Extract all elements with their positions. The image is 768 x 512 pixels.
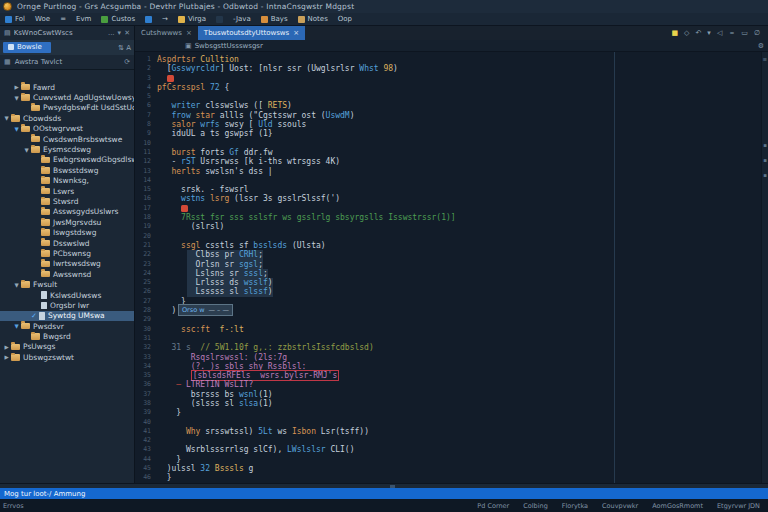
tree-item[interactable]: Awsswnsd xyxy=(0,269,134,279)
close-icon[interactable]: × xyxy=(293,29,299,37)
document-tab[interactable]: TbuswtoutsdtyUttowsws× xyxy=(198,26,305,40)
panel-title: KsWnoCswtWscs xyxy=(14,29,105,37)
intellisense-tooltip: Orso w — – — xyxy=(178,304,233,316)
toolbar-item[interactable]: Evm xyxy=(76,15,91,23)
line-number: 1 xyxy=(135,55,157,64)
toolbar-item[interactable]: = xyxy=(60,15,66,23)
status-item[interactable]: Pd Corner xyxy=(477,502,509,510)
tree-item[interactable]: ▼Pwsdsvr xyxy=(0,321,134,331)
tree-item[interactable]: ✓Sywtdg UMswa xyxy=(0,311,134,321)
tree-item[interactable]: PCbswnsg xyxy=(0,248,134,258)
line-number: 7 xyxy=(135,111,157,120)
diamond-icon[interactable]: ◇ xyxy=(684,29,689,37)
tree-item[interactable]: ▼Fwsult xyxy=(0,279,134,289)
play-icon xyxy=(101,16,108,23)
code-token: ddr.fw xyxy=(239,148,273,157)
browse-label: Bowsle xyxy=(17,43,42,51)
panel-header: ▤ KsWnoCswtWscs ... ▾ ✕ xyxy=(0,26,134,40)
pin-icon[interactable]: ▾ xyxy=(118,29,122,37)
code-line: 12 - rST Usrsrwss [k i-ths wtrsgss 4K) xyxy=(135,157,760,166)
line-number: 42 xyxy=(135,436,157,445)
code-token: – xyxy=(157,380,186,389)
close-icon[interactable]: ✕ xyxy=(124,29,130,37)
equals-icon[interactable]: ＝ xyxy=(728,28,735,38)
tree-item[interactable]: JwsMgrsvdsu xyxy=(0,217,134,227)
code-token: Wsrblsssrrlsg slCf), xyxy=(157,445,287,454)
navigate-back-icon[interactable]: ◁ xyxy=(717,29,722,37)
code-token: pfCsrsspsl xyxy=(157,83,205,92)
search-row[interactable]: ▦ Awstra Twvlct ⟳ xyxy=(0,55,134,70)
tree-item[interactable]: Iwrtswsdswg xyxy=(0,259,134,269)
tree-item[interactable]: ▼OOstwgrvwst xyxy=(0,124,134,134)
browse-button[interactable]: Bowsle xyxy=(3,42,51,54)
tree-item[interactable]: ▼Eysmscdswg xyxy=(0,144,134,154)
code-line: 8 salor wrfs swsy [ Uld ssouls xyxy=(135,120,760,129)
code-token: Lrlsss ds xyxy=(157,278,244,287)
tree-item[interactable]: EwbgrswswdGbgsdlswg xyxy=(0,155,134,165)
document-tab[interactable]: Cutshwwws× xyxy=(135,26,198,40)
code-token: salor xyxy=(171,120,195,129)
code-token: CLI() xyxy=(326,445,355,454)
search-input[interactable]: Awstra Twvlct xyxy=(15,58,121,66)
tree-item[interactable]: Iswgstdswg xyxy=(0,227,134,237)
tree-item[interactable]: ▶PsUwsgs xyxy=(0,342,134,352)
editor-area: Cutshwwws×TbuswtoutsdtyUttowsws× ■◇↶▾◁＝▭… xyxy=(135,26,768,483)
toolbar-item[interactable]: -Java xyxy=(233,15,251,23)
tree-item[interactable]: ▼Cbowdsds xyxy=(0,113,134,123)
scrollbar[interactable]: ≡ ▪ ▪ ▪ xyxy=(761,52,768,483)
toolbar-item[interactable]: Virga xyxy=(178,15,206,23)
close-icon[interactable]: × xyxy=(186,29,192,37)
status-item[interactable]: AomGosRmomt xyxy=(652,502,703,510)
toolbar-item[interactable]: Custos xyxy=(101,15,135,23)
toolbar-item[interactable] xyxy=(145,16,152,23)
breadcrumb[interactable]: ▣ SwbsgsttUssswsgsr xyxy=(185,42,263,50)
refresh-icon[interactable]: ⟳ xyxy=(124,58,130,66)
panel-splitter[interactable] xyxy=(0,483,768,488)
tree-item[interactable]: Dsswslwd xyxy=(0,238,134,248)
undo-icon[interactable]: ↶ xyxy=(695,29,701,37)
line-number: 33 xyxy=(135,353,157,362)
panel-menu-dots[interactable]: ... xyxy=(108,29,115,37)
toolbar-item[interactable] xyxy=(216,16,223,23)
gear-icon[interactable]: ⚙ xyxy=(758,42,764,50)
code-viewport[interactable]: 1Aspdrtsr Culltion2 [Gsswyrcldr] Uost: [… xyxy=(135,52,768,483)
browse-tools[interactable]: ⇅ A xyxy=(118,44,131,52)
splitter-handle[interactable] xyxy=(390,485,395,488)
bookmark-icon[interactable]: ■ xyxy=(671,29,678,37)
toolbar-item[interactable]: Bays xyxy=(261,15,288,23)
tree-item[interactable]: CwsdswnBrsbswtswe xyxy=(0,134,134,144)
breakpoint-icon xyxy=(181,205,188,212)
status-item[interactable]: Etgyrvwr JDN xyxy=(717,502,760,510)
tree-item[interactable]: ▶Fawrd xyxy=(0,82,134,92)
tree-item[interactable]: KslwsdUwsws xyxy=(0,290,134,300)
tree-item[interactable]: Bswsstdswg xyxy=(0,165,134,175)
tree-item[interactable]: ▼Cuwvswtd AgdUgstwUowsy xyxy=(0,92,134,102)
toolbar-item-label: = xyxy=(60,15,66,23)
tree-item-label: PwsydgbswFdt UsdSstUowve xyxy=(43,103,134,112)
code-token: RETS xyxy=(268,101,287,110)
tree-item-label: Sywtdg UMswa xyxy=(48,311,105,320)
caret-down-icon[interactable]: ▾ xyxy=(707,29,711,37)
split-window-icon[interactable]: ▭ xyxy=(741,29,748,37)
status-item[interactable]: Couvpvwkr xyxy=(602,502,638,510)
tree-item[interactable]: Stwsrd xyxy=(0,196,134,206)
toolbar-item[interactable]: Oop xyxy=(338,15,352,23)
tree-item[interactable]: Nswnksg, xyxy=(0,176,134,186)
errors-label[interactable]: Errvos xyxy=(3,502,24,510)
status-item[interactable]: Florytka xyxy=(562,502,588,510)
code-token xyxy=(157,427,186,436)
status-item[interactable]: Colbing xyxy=(523,502,548,510)
toolbar-item[interactable]: Notes xyxy=(298,15,328,23)
disable-icon[interactable]: ∅ xyxy=(754,29,760,37)
tree-item[interactable]: Lswrs xyxy=(0,186,134,196)
toolbar-item[interactable]: Fol xyxy=(5,15,25,23)
line-number: 16 xyxy=(135,194,157,203)
toolbar-item[interactable]: → xyxy=(162,15,168,23)
code-line: 14 xyxy=(135,176,760,185)
tree-item[interactable]: Orgsbr Iwr xyxy=(0,300,134,310)
tree-item[interactable]: AsswsgydsUslwrs xyxy=(0,207,134,217)
toolbar-item[interactable]: Woe xyxy=(35,15,50,23)
tree-item[interactable]: PwsydgbswFdt UsdSstUowve xyxy=(0,103,134,113)
tree-item[interactable]: ▶Ubswgzswtwt xyxy=(0,352,134,362)
tree-item[interactable]: Bwgsrd xyxy=(0,331,134,341)
